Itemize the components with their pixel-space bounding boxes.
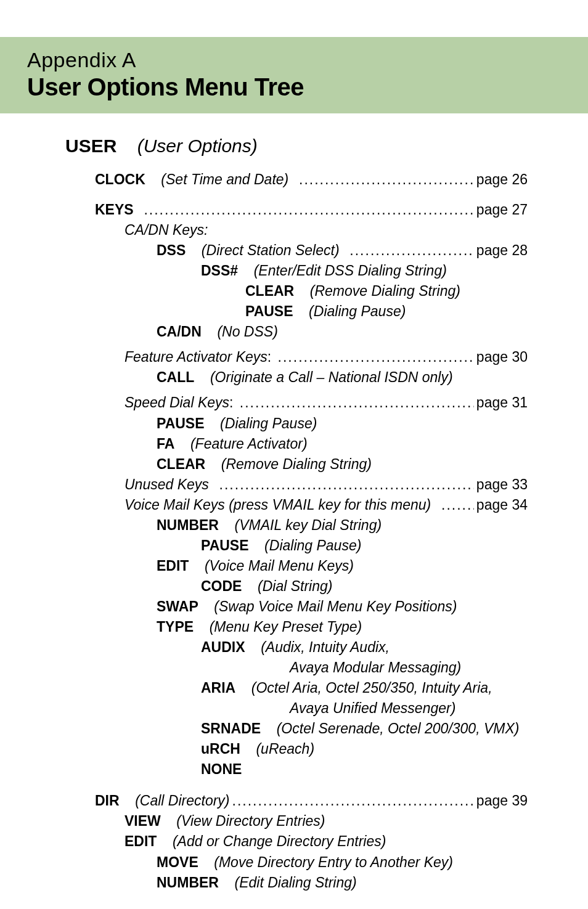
view-desc: (View Directory Entries) xyxy=(176,813,325,829)
pause-label: PAUSE xyxy=(245,303,293,319)
audix-line2: Avaya Modular Messaging) xyxy=(60,658,528,677)
call-entry: CALL (Originate a Call – National ISDN o… xyxy=(60,368,528,387)
sd-fa-desc: (Feature Activator) xyxy=(190,436,308,452)
view-entry: VIEW (View Directory Entries) xyxy=(60,812,528,831)
sd-clear-label: CLEAR xyxy=(157,456,205,472)
toc-voice-mail: Voice Mail Keys (press VMAIL key for thi… xyxy=(60,495,528,515)
unused-keys-page: page 33 xyxy=(474,475,528,494)
move-desc: (Move Directory Entry to Another Key) xyxy=(214,854,453,870)
edit-entry: EDIT (Voice Mail Menu Keys) xyxy=(60,556,528,576)
dir-edit-entry: EDIT (Add or Change Directory Entries) xyxy=(60,832,528,851)
srnade-entry: SRNADE (Octel Serenade, Octel 200/300, V… xyxy=(60,719,528,738)
toc-keys: KEYS page 27 xyxy=(60,200,528,219)
leader-dots xyxy=(141,200,473,219)
keys-page: page 27 xyxy=(474,200,528,219)
dir-number-label: NUMBER xyxy=(157,874,219,891)
user-heading: USER (User Options) xyxy=(65,136,528,157)
fa-keys-label: Feature Activator Keys xyxy=(125,349,267,365)
cadn-desc: (No DSS) xyxy=(217,324,277,340)
type-desc: (Menu Key Preset Type) xyxy=(210,619,362,635)
voice-mail-page: page 34 xyxy=(474,495,528,515)
sd-pause-desc: (Dialing Pause) xyxy=(220,415,317,431)
sd-clear-desc: (Remove Dialing String) xyxy=(221,456,372,472)
urch-desc: (uReach) xyxy=(256,741,314,757)
move-entry: MOVE (Move Directory Entry to Another Ke… xyxy=(60,853,528,872)
view-label: VIEW xyxy=(125,813,161,829)
pause-desc: (Dialing Pause) xyxy=(309,303,406,319)
audix-desc: (Audix, Intuity Audix, xyxy=(261,639,390,655)
leader-dots xyxy=(230,791,474,810)
dss-num-desc: (Enter/Edit DSS Dialing String) xyxy=(254,263,447,279)
content-body: USER (User Options) CLOCK (Set Time and … xyxy=(55,136,533,892)
code-desc: (Dial String) xyxy=(258,578,332,594)
sd-label: Speed Dial Keys xyxy=(125,394,229,410)
code-entry: CODE (Dial String) xyxy=(60,577,528,596)
number-label: NUMBER xyxy=(157,517,219,533)
dss-num-label: DSS# xyxy=(201,263,238,279)
urch-label: uRCH xyxy=(201,741,240,757)
dss-desc: (Direct Station Select) xyxy=(202,242,340,258)
dss-num: DSS# (Enter/Edit DSS Dialing String) xyxy=(60,261,528,280)
dir-page: page 39 xyxy=(474,791,528,810)
sd-fa-label: FA xyxy=(157,436,174,452)
swap-entry: SWAP (Swap Voice Mail Menu Key Positions… xyxy=(60,597,528,616)
toc-clock: CLOCK (Set Time and Date) page 26 xyxy=(60,170,528,189)
edit-desc: (Voice Mail Menu Keys) xyxy=(205,558,354,574)
leader-dots xyxy=(439,495,474,515)
aria-entry: ARIA (Octel Aria, Octel 250/350, Intuity… xyxy=(60,679,528,698)
cadn-label: CA/DN xyxy=(157,324,202,340)
toc-speed-dial: Speed Dial Keys: page 31 xyxy=(60,393,528,412)
keys-label: KEYS xyxy=(95,202,134,218)
call-desc: (Originate a Call – National ISDN only) xyxy=(210,369,453,385)
sd-page: page 31 xyxy=(474,393,528,412)
clear-label: CLEAR xyxy=(245,283,294,299)
swap-label: SWAP xyxy=(157,598,198,614)
user-desc: (User Options) xyxy=(137,136,258,156)
pause-entry: PAUSE (Dialing Pause) xyxy=(60,302,528,321)
code-label: CODE xyxy=(201,578,242,594)
aria-line2: Avaya Unified Messenger) xyxy=(60,699,528,718)
voice-mail-label: Voice Mail Keys (press VMAIL key for thi… xyxy=(125,497,431,513)
leader-dots xyxy=(347,241,474,260)
cadn-nodss: CA/DN (No DSS) xyxy=(60,322,528,341)
toc-dss: DSS (Direct Station Select) page 28 xyxy=(60,241,528,260)
urch-entry: uRCH (uReach) xyxy=(60,740,528,759)
leader-dots xyxy=(217,475,474,494)
sd-fa: FA (Feature Activator) xyxy=(60,434,528,454)
dir-edit-label: EDIT xyxy=(125,833,157,849)
srnade-desc: (Octel Serenade, Octel 200/300, VMX) xyxy=(277,720,520,736)
toc-dir: DIR (Call Directory) page 39 xyxy=(60,791,528,810)
leader-dots xyxy=(296,170,474,189)
clear-entry: CLEAR (Remove Dialing String) xyxy=(60,282,528,301)
appendix-title: User Options Menu Tree xyxy=(27,73,588,101)
dir-edit-desc: (Add or Change Directory Entries) xyxy=(173,833,386,849)
swap-desc: (Swap Voice Mail Menu Key Positions) xyxy=(214,598,457,614)
clock-page: page 26 xyxy=(474,170,528,189)
move-label: MOVE xyxy=(157,854,198,870)
vm-pause: PAUSE (Dialing Pause) xyxy=(60,536,528,555)
appendix-banner: Appendix A User Options Menu Tree xyxy=(0,37,588,113)
clock-label: CLOCK xyxy=(95,171,145,187)
vm-pause-desc: (Dialing Pause) xyxy=(264,537,361,553)
appendix-label: Appendix A xyxy=(27,48,588,72)
toc-unused-keys: Unused Keys page 33 xyxy=(60,475,528,494)
dir-number-desc: (Edit Dialing String) xyxy=(235,874,357,891)
fa-keys-page: page 30 xyxy=(474,348,528,367)
aria-desc: (Octel Aria, Octel 250/350, Intuity Aria… xyxy=(251,680,492,696)
user-label: USER xyxy=(65,136,116,156)
dss-label: DSS xyxy=(157,242,186,258)
type-entry: TYPE (Menu Key Preset Type) xyxy=(60,618,528,637)
dir-number-entry: NUMBER (Edit Dialing String) xyxy=(60,873,528,892)
srnade-label: SRNADE xyxy=(201,720,261,736)
number-desc: (VMAIL key Dial String) xyxy=(235,517,382,533)
none-label: NONE xyxy=(201,761,242,777)
call-label: CALL xyxy=(157,369,194,385)
sd-pause-label: PAUSE xyxy=(157,415,205,431)
audix-entry: AUDIX (Audix, Intuity Audix, xyxy=(60,638,528,657)
audix-label: AUDIX xyxy=(201,639,245,655)
leader-dots xyxy=(276,348,474,367)
type-label: TYPE xyxy=(157,619,194,635)
cadn-keys-heading: CA/DN Keys: xyxy=(60,221,528,240)
leader-dots xyxy=(237,393,474,412)
clear-desc: (Remove Dialing String) xyxy=(310,283,460,299)
